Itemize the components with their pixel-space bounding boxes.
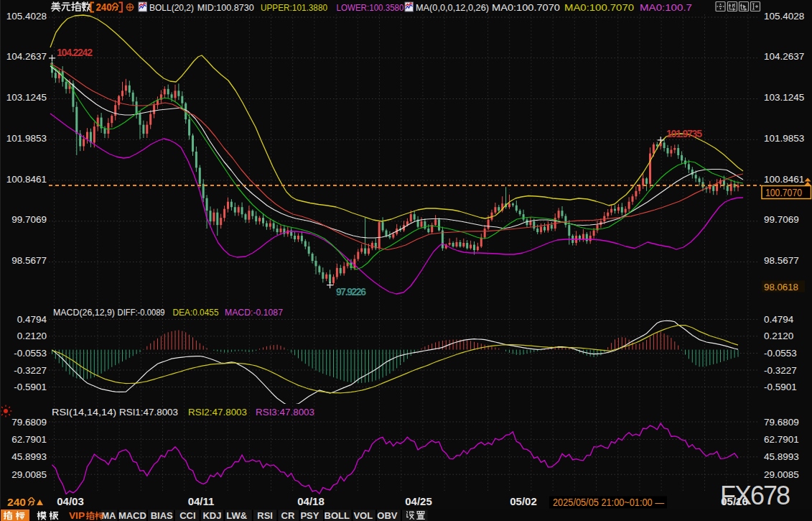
svg-text:CCI: CCI: [179, 510, 195, 521]
svg-text:0.2120: 0.2120: [764, 331, 793, 341]
svg-text:04/03: 04/03: [57, 495, 84, 507]
svg-text:97.9226: 97.9226: [336, 286, 366, 298]
svg-text:104.2242: 104.2242: [57, 47, 93, 58]
svg-text:MA(0,0,0,12,0,26): MA(0,0,0,12,0,26): [416, 2, 489, 13]
svg-text:29.0085: 29.0085: [764, 469, 799, 480]
svg-text:PSY: PSY: [300, 510, 319, 521]
svg-text:-0.5901: -0.5901: [764, 382, 797, 392]
svg-text:100.7070: 100.7070: [765, 187, 802, 198]
svg-text:2025/05/05 21:00~01:00 —: 2025/05/05 21:00~01:00 —: [553, 497, 664, 508]
svg-text:UPPER:101.3880: UPPER:101.3880: [261, 2, 327, 13]
svg-text:MA0:100.7: MA0:100.7: [640, 2, 692, 13]
svg-text:0.4794: 0.4794: [764, 314, 794, 325]
svg-text:LOWER:100.3580: LOWER:100.3580: [337, 2, 404, 13]
svg-text:45.8993: 45.8993: [764, 451, 799, 462]
svg-text:240: 240: [7, 496, 26, 508]
svg-text:MACD(26,12,9): MACD(26,12,9): [53, 307, 115, 318]
svg-text:104.2637: 104.2637: [6, 51, 47, 62]
svg-text:45.8993: 45.8993: [11, 451, 47, 462]
svg-text:105.4028: 105.4028: [764, 11, 804, 22]
svg-text:62.7901: 62.7901: [764, 434, 799, 445]
svg-text:99.7069: 99.7069: [11, 214, 47, 225]
svg-text:98.5677: 98.5677: [11, 255, 47, 266]
svg-text:MACD: MACD: [118, 510, 146, 521]
svg-text:-0.3227: -0.3227: [14, 365, 47, 376]
svg-text:-0.0553: -0.0553: [764, 348, 797, 359]
svg-text:0.2120: 0.2120: [17, 331, 47, 341]
svg-text:CR: CR: [281, 510, 295, 521]
svg-text:KDJ: KDJ: [202, 510, 221, 521]
svg-text:0.4794: 0.4794: [17, 314, 47, 325]
svg-text:MID:100.8730: MID:100.8730: [197, 2, 254, 13]
svg-text:240: 240: [96, 1, 112, 13]
svg-text:VIP: VIP: [69, 510, 85, 521]
svg-text:-0.3227: -0.3227: [764, 365, 797, 376]
svg-text:04/18: 04/18: [297, 495, 325, 507]
svg-text:99.7069: 99.7069: [764, 214, 799, 225]
svg-text:101.9735: 101.9735: [666, 128, 702, 139]
svg-text:05/02: 05/02: [510, 495, 537, 507]
svg-text:103.1245: 103.1245: [6, 92, 47, 103]
svg-text:RSI3:47.8003: RSI3:47.8003: [256, 407, 314, 418]
svg-text:OBV: OBV: [377, 510, 398, 521]
svg-text:BIAS: BIAS: [151, 510, 173, 521]
svg-text:MACD:-0.1087: MACD:-0.1087: [225, 307, 283, 318]
svg-text:VOL: VOL: [353, 510, 373, 521]
svg-text:98.5677: 98.5677: [764, 255, 799, 266]
svg-text:FX678: FX678: [720, 481, 790, 510]
svg-text:-0.0553: -0.0553: [14, 348, 47, 359]
svg-text:BOLL: BOLL: [325, 510, 350, 521]
svg-text:105.4028: 105.4028: [6, 11, 47, 22]
svg-text:BOLL(20,2): BOLL(20,2): [149, 2, 194, 13]
svg-text:04/11: 04/11: [188, 495, 215, 507]
svg-text:98.0618: 98.0618: [764, 282, 798, 292]
svg-text:RSI2:47.8003: RSI2:47.8003: [188, 407, 247, 418]
svg-text:79.6809: 79.6809: [764, 417, 799, 428]
svg-text:62.7901: 62.7901: [11, 434, 47, 445]
svg-text:RSI1:47.8003: RSI1:47.8003: [119, 407, 178, 418]
svg-text:100.8461: 100.8461: [764, 174, 804, 185]
svg-text:29.0085: 29.0085: [11, 469, 47, 480]
svg-text:103.1245: 103.1245: [764, 92, 804, 103]
svg-text:101.9853: 101.9853: [764, 133, 804, 144]
svg-text:104.2637: 104.2637: [764, 51, 804, 62]
svg-text:MA0:100.7070: MA0:100.7070: [564, 2, 634, 13]
svg-text:MA0:100.7070: MA0:100.7070: [492, 2, 560, 13]
svg-text:101.9853: 101.9853: [6, 133, 47, 144]
svg-text:DEA:0.0455: DEA:0.0455: [173, 307, 219, 318]
svg-text:RSI: RSI: [257, 510, 273, 521]
svg-text:RSI(14,14,14): RSI(14,14,14): [52, 407, 116, 418]
svg-text:DIFF:-0.0089: DIFF:-0.0089: [118, 307, 165, 318]
svg-text:79.6809: 79.6809: [11, 417, 47, 428]
svg-text:LW&: LW&: [226, 510, 247, 521]
svg-text:-0.5901: -0.5901: [14, 382, 47, 392]
svg-text:100.8461: 100.8461: [6, 174, 47, 185]
svg-text:04/25: 04/25: [405, 495, 432, 507]
